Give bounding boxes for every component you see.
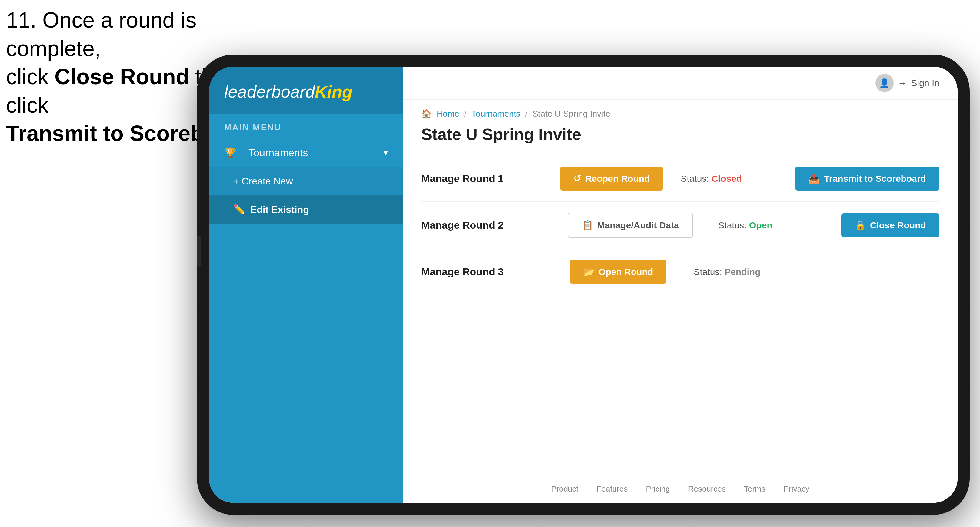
- page-title: State U Spring Invite: [403, 122, 958, 156]
- transmit-to-scoreboard-button[interactable]: 📤 Transmit to Scoreboard: [795, 167, 939, 190]
- round-1-label: Manage Round 1: [421, 173, 542, 184]
- tablet-device: leaderboardKing MAIN MENU 🏆 Tournaments …: [197, 54, 970, 515]
- app-footer: Product Features Pricing Resources Terms…: [403, 475, 958, 503]
- avatar-icon: 👤: [875, 74, 894, 92]
- open-icon: 📂: [583, 267, 594, 277]
- manage-audit-data-button[interactable]: 📋 Manage/Audit Data: [568, 213, 693, 238]
- sign-in-icon: →: [898, 78, 907, 88]
- sidebar: leaderboardKing MAIN MENU 🏆 Tournaments …: [209, 67, 403, 503]
- footer-terms[interactable]: Terms: [744, 484, 765, 494]
- top-header: 👤 → Sign In: [403, 67, 958, 100]
- chevron-down-icon: ▾: [383, 148, 388, 158]
- breadcrumb-current: State U Spring Invite: [533, 109, 610, 119]
- breadcrumb-sep2: /: [525, 109, 528, 119]
- round-1-status-value: Closed: [711, 173, 742, 184]
- round-2-label: Manage Round 2: [421, 219, 542, 231]
- round-1-row: Manage Round 1 ↺ Reopen Round Status: Cl…: [421, 156, 939, 202]
- sidebar-item-create-new[interactable]: + Create New: [209, 167, 403, 195]
- round-1-actions: ↺ Reopen Round: [560, 167, 663, 190]
- round-1-status: Status: Closed: [681, 173, 742, 184]
- breadcrumb: 🏠 Home / Tournaments / State U Spring In…: [403, 100, 958, 122]
- round-2-row: Manage Round 2 📋 Manage/Audit Data Statu…: [421, 202, 939, 249]
- sign-in-button[interactable]: 👤 → Sign In: [875, 74, 939, 92]
- app-container: leaderboardKing MAIN MENU 🏆 Tournaments …: [209, 67, 958, 503]
- audit-icon: 📋: [582, 220, 593, 230]
- close-round-button[interactable]: 🔒 Close Round: [841, 213, 939, 237]
- round-3-row: Manage Round 3 📂 Open Round Status: Pend…: [421, 249, 939, 295]
- round-3-status: Status: Pending: [694, 267, 760, 277]
- reopen-round-button[interactable]: ↺ Reopen Round: [560, 167, 663, 190]
- sidebar-item-tournaments[interactable]: 🏆 Tournaments ▾: [209, 138, 403, 167]
- menu-label: MAIN MENU: [209, 114, 403, 138]
- close-icon: 🔒: [854, 220, 866, 230]
- round-2-status-value: Open: [749, 220, 772, 230]
- round-3-label: Manage Round 3: [421, 266, 542, 278]
- sidebar-item-edit-existing[interactable]: ✏️ Edit Existing: [209, 195, 403, 224]
- open-round-button[interactable]: 📂 Open Round: [570, 260, 667, 284]
- footer-product[interactable]: Product: [551, 484, 579, 494]
- tablet-screen: leaderboardKing MAIN MENU 🏆 Tournaments …: [209, 67, 958, 503]
- footer-privacy[interactable]: Privacy: [784, 484, 810, 494]
- logo-area: leaderboardKing: [209, 67, 403, 114]
- edit-icon: ✏️: [233, 204, 245, 215]
- tablet-side-button: [197, 236, 200, 267]
- breadcrumb-sep1: /: [464, 109, 467, 119]
- rounds-container: Manage Round 1 ↺ Reopen Round Status: Cl…: [403, 156, 958, 475]
- breadcrumb-home[interactable]: Home: [437, 109, 460, 119]
- home-icon: 🏠: [421, 109, 432, 119]
- main-content: 👤 → Sign In 🏠 Home / Tournaments / State…: [403, 67, 958, 503]
- footer-resources[interactable]: Resources: [688, 484, 726, 494]
- transmit-icon: 📤: [808, 173, 820, 184]
- footer-features[interactable]: Features: [597, 484, 628, 494]
- round-3-actions: 📂 Open Round: [570, 260, 667, 284]
- round-2-actions: 📋 Manage/Audit Data: [568, 213, 693, 238]
- breadcrumb-tournaments[interactable]: Tournaments: [471, 109, 520, 119]
- reopen-icon: ↺: [573, 173, 581, 184]
- logo: leaderboardKing: [224, 82, 352, 101]
- trophy-icon: 🏆: [224, 147, 236, 159]
- footer-pricing[interactable]: Pricing: [646, 484, 670, 494]
- round-3-status-value: Pending: [725, 267, 760, 277]
- round-2-status: Status: Open: [718, 220, 772, 230]
